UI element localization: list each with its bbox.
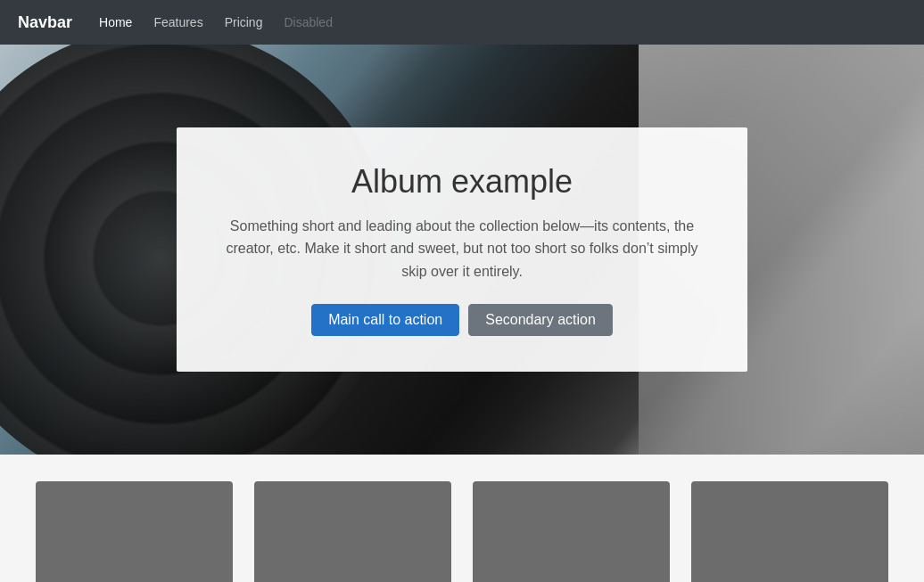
navbar-brand[interactable]: Navbar xyxy=(18,13,72,32)
nav-item-home[interactable]: Home xyxy=(90,14,141,30)
thumbnail-card-2[interactable]: Thumbnail xyxy=(254,481,451,582)
navbar: Navbar Home Features Pricing Disabled xyxy=(0,0,924,45)
nav-link-features[interactable]: Features xyxy=(144,10,211,35)
jumbotron: Album example Something short and leadin… xyxy=(177,127,747,373)
jumbotron-title: Album example xyxy=(221,163,703,201)
jumbotron-description: Something short and leading about the co… xyxy=(221,215,703,283)
primary-cta-button[interactable]: Main call to action xyxy=(311,304,459,336)
thumbnail-card-1[interactable]: Thumbnail xyxy=(36,481,233,582)
thumbnail-card-4[interactable]: Thumbnail xyxy=(691,481,888,582)
nav-link-home[interactable]: Home xyxy=(90,10,141,35)
nav-item-features[interactable]: Features xyxy=(144,14,211,30)
thumbnails-grid: Thumbnail Thumbnail Thumbnail Thumbnail xyxy=(36,481,888,582)
thumbnail-card-3[interactable]: Thumbnail xyxy=(473,481,670,582)
jumbotron-actions: Main call to action Secondary action xyxy=(221,304,703,336)
nav-link-pricing[interactable]: Pricing xyxy=(216,10,272,35)
nav-link-disabled: Disabled xyxy=(275,10,341,35)
nav-links: Home Features Pricing Disabled xyxy=(90,14,342,30)
hero-section: Album example Something short and leadin… xyxy=(0,45,924,455)
nav-item-pricing[interactable]: Pricing xyxy=(216,14,272,30)
nav-item-disabled: Disabled xyxy=(275,14,341,30)
secondary-cta-button[interactable]: Secondary action xyxy=(468,304,613,336)
thumbnails-section: Thumbnail Thumbnail Thumbnail Thumbnail xyxy=(0,455,924,582)
